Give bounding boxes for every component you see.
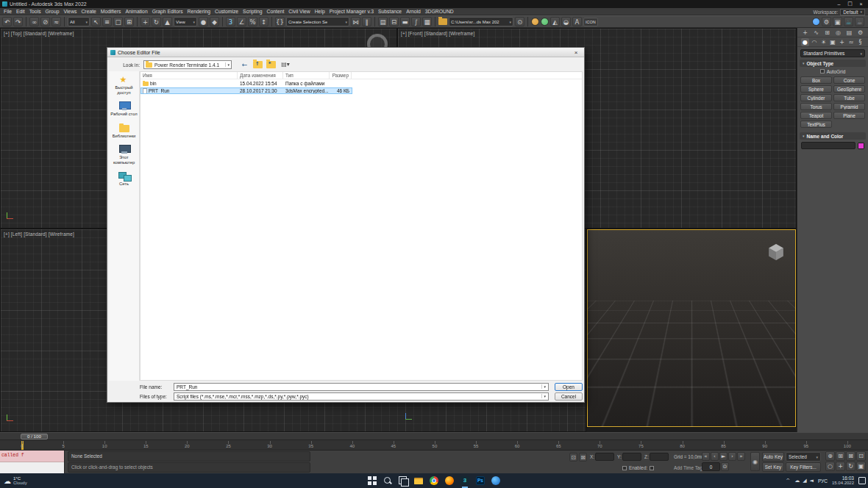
isolate-selection-icon[interactable]: ⊡ <box>569 453 577 462</box>
material-editor-icon[interactable] <box>812 18 820 26</box>
menu-create[interactable]: Create <box>79 8 98 15</box>
menu-3dground[interactable]: 3DGROUND <box>423 8 456 15</box>
menu-scripting[interactable]: Scripting <box>241 8 264 15</box>
new-folder-icon[interactable]: * <box>266 61 276 68</box>
object-name-field[interactable] <box>801 142 855 149</box>
render-iterative-icon[interactable]: ☕ <box>855 17 864 26</box>
playback-button-4[interactable]: » <box>737 452 745 461</box>
cancel-button[interactable]: Cancel <box>555 392 583 401</box>
cameras-icon[interactable]: ▣ <box>829 38 837 46</box>
language-indicator[interactable]: РУС <box>818 478 828 484</box>
maxscript-mini-listener[interactable]: called f <box>0 451 65 473</box>
viewport-top-label[interactable]: [+] [Top] [Standard] [Wireframe] <box>4 31 74 36</box>
hierarchy-tab-icon[interactable]: ⊞ <box>823 29 831 37</box>
lights-icon[interactable]: ☀ <box>819 38 828 46</box>
zoom-region-icon[interactable]: ○ <box>825 462 835 471</box>
reference-coordinate-dropdown[interactable]: View▾ <box>174 17 197 26</box>
viewport-left-label[interactable]: [+] [Left] [Standard] [Wireframe] <box>4 232 74 237</box>
selection-filter-dropdown[interactable]: All▾ <box>68 17 90 26</box>
menu-modifiers[interactable]: Modifiers <box>99 8 124 15</box>
onedrive-icon[interactable]: ☁ <box>794 478 800 484</box>
scene-explorer-icon[interactable]: ▤ <box>378 17 388 26</box>
primitive-button-geosphere[interactable]: GeoSphere <box>833 85 865 93</box>
primitive-button-pyramid[interactable]: Pyramid <box>833 103 865 110</box>
search-taskbar-icon[interactable] <box>383 476 392 485</box>
plugin-icon-orange[interactable] <box>531 18 539 26</box>
playback-button-0[interactable]: « <box>702 452 710 461</box>
orbit-icon[interactable]: ↻ <box>846 462 855 471</box>
object-type-rollout-header[interactable]: Object Type <box>800 60 866 67</box>
name-color-rollout-header[interactable]: Name and Color <box>800 132 866 140</box>
render-setup-icon[interactable]: ⚙ <box>822 17 831 26</box>
start-button[interactable] <box>368 476 377 485</box>
percent-snap-icon[interactable]: % <box>248 17 257 26</box>
render-production-icon[interactable]: ☕ <box>844 17 853 26</box>
shapes-icon[interactable]: ◠ <box>811 38 819 46</box>
primitive-button-sphere[interactable]: Sphere <box>800 85 832 93</box>
action-center-icon[interactable] <box>858 477 866 484</box>
primitive-button-cone[interactable]: Cone <box>833 76 865 84</box>
primitive-button-box[interactable]: Box <box>800 76 832 84</box>
zoom-extents-icon[interactable]: ⊠ <box>846 451 855 461</box>
primitive-button-plane[interactable]: Plane <box>833 112 865 119</box>
dialog-close-button[interactable]: × <box>571 49 581 56</box>
primitive-button-torus[interactable]: Torus <box>800 103 832 110</box>
time-slider[interactable]: 0 / 100 <box>0 432 868 440</box>
file-row-prt-run[interactable]: PRT_Run28.10.2017 21:303dsMax encrypted.… <box>140 87 352 94</box>
place-сеть[interactable]: Сеть <box>110 171 139 187</box>
checkbox-icon[interactable] <box>622 466 627 470</box>
zoom-all-icon[interactable]: ⊞ <box>836 451 845 461</box>
zoom-extents-all-icon[interactable]: ⊡ <box>856 451 866 461</box>
primitive-button-teapot[interactable]: Teapot <box>800 112 832 119</box>
display-tab-icon[interactable]: ▤ <box>845 29 853 37</box>
unlink-selection-icon[interactable]: ⊘ <box>40 17 50 26</box>
icon-button[interactable]: ICON <box>583 18 598 26</box>
minimize-button[interactable]: – <box>833 0 844 8</box>
dialog-titlebar[interactable]: Choose Editor File × <box>107 48 584 57</box>
geometry-icon[interactable]: ● <box>801 38 809 46</box>
3ds-max-taskbar-icon[interactable]: 3 <box>460 476 469 485</box>
maximize-viewport-icon[interactable]: ▣ <box>856 462 866 471</box>
substance-icon[interactable]: ◒ <box>561 17 571 26</box>
select-and-scale-icon[interactable]: ▲ <box>163 17 172 26</box>
menu-project-manager-v-3[interactable]: Project Manager v.3 <box>327 8 376 15</box>
menu-group[interactable]: Group <box>43 8 62 15</box>
select-and-link-icon[interactable]: ∞ <box>29 17 39 26</box>
utilities-tab-icon[interactable]: ⚙ <box>856 29 864 37</box>
z-coordinate-field[interactable] <box>650 453 669 461</box>
align-icon[interactable]: ∥ <box>362 17 371 26</box>
time-slider-handle[interactable]: 0 / 100 <box>21 434 48 439</box>
civil-view-icon[interactable]: ◭ <box>550 17 560 26</box>
rendered-frame-window-icon[interactable]: ▣ <box>833 17 842 26</box>
workspace-dropdown[interactable]: Default▾ <box>840 9 865 15</box>
viewcube-icon[interactable] <box>766 243 786 262</box>
task-view-taskbar-icon[interactable] <box>399 476 408 485</box>
menu-content[interactable]: Content <box>265 8 287 15</box>
column-header-размер[interactable]: Размер <box>330 72 352 79</box>
redo-icon[interactable]: ↷ <box>13 17 23 26</box>
select-object-icon[interactable]: ↖ <box>91 17 101 26</box>
open-button[interactable]: Open <box>555 383 583 391</box>
project-path-dropdown[interactable]: C:\Users\sr...ds Max 202▾ <box>449 17 513 26</box>
column-header-тип[interactable]: Тип <box>283 72 330 79</box>
modify-tab-icon[interactable]: ∿ <box>812 29 820 37</box>
clock[interactable]: 16:0315.04.2022 <box>832 476 854 486</box>
menu-civil-view[interactable]: Civil View <box>286 8 312 15</box>
menu-animation[interactable]: Animation <box>123 8 149 15</box>
systems-icon[interactable]: § <box>856 38 864 46</box>
volume-icon[interactable]: ◄ <box>810 478 814 484</box>
playback-button-3[interactable]: › <box>728 452 736 461</box>
pan-icon[interactable]: + <box>836 462 845 471</box>
zoom-icon[interactable]: ⊕ <box>825 451 835 461</box>
current-frame-field[interactable]: 0 <box>702 462 720 471</box>
rectangular-selection-icon[interactable]: □ <box>113 17 123 26</box>
menu-edit[interactable]: Edit <box>14 8 27 15</box>
primitive-button-textplus[interactable]: TextPlus <box>800 121 832 128</box>
primitive-button-tube[interactable]: Tube <box>833 94 865 101</box>
photoshop-taskbar-icon[interactable]: Ps <box>476 476 485 485</box>
plugin-icon-green[interactable] <box>541 18 549 26</box>
weather-widget[interactable]: ☁ 1°CCloudy <box>0 473 31 488</box>
up-one-level-icon[interactable]: ↑ <box>253 61 263 68</box>
set-key-button[interactable]: Set Key <box>762 462 784 472</box>
schematic-view-icon[interactable]: ▦ <box>422 17 432 26</box>
